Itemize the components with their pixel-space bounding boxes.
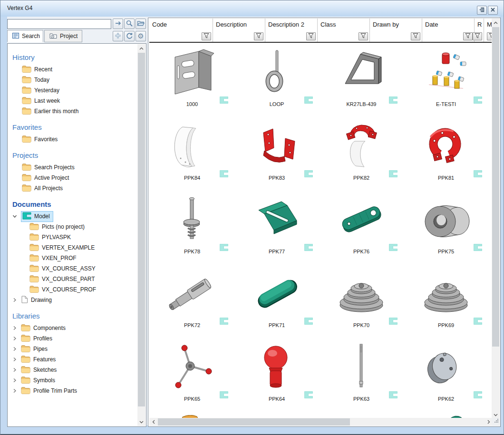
- sidebar-item-drawing[interactable]: Drawing: [8, 295, 138, 305]
- grid-item-ppk82[interactable]: PPK82: [319, 117, 404, 191]
- funnel-icon: [256, 33, 262, 40]
- column-header-description-2[interactable]: Description 2: [265, 19, 318, 42]
- sidebar-item-label: Yesterday: [34, 87, 59, 94]
- grid-item-ppk63[interactable]: PPK63: [319, 338, 404, 412]
- sidebar-item-features[interactable]: Features: [8, 354, 138, 365]
- grid-item-code: PPK65: [150, 396, 234, 402]
- sidebar-item-search-projects[interactable]: Search Projects: [8, 162, 138, 173]
- sidebar-item-pylvaspk[interactable]: PYLVASPK: [8, 232, 138, 242]
- column-header-date[interactable]: Date: [422, 19, 475, 42]
- chevron-right-icon[interactable]: [11, 298, 18, 302]
- grid-vertical-scrollbar[interactable]: [492, 19, 500, 419]
- sidebar-item-model[interactable]: Model: [8, 211, 138, 222]
- column-header-description[interactable]: Description: [213, 19, 265, 42]
- chevron-right-icon[interactable]: [11, 357, 18, 362]
- scroll-up-icon[interactable]: [137, 44, 145, 52]
- grid-vscroll-thumb[interactable]: [492, 27, 499, 347]
- sidebar-item-vxen-prof[interactable]: VXEN_PROF: [8, 253, 138, 263]
- funnel-icon: [465, 33, 471, 40]
- grid-item-ppk65[interactable]: PPK65: [150, 338, 234, 412]
- grid-item-ppk84[interactable]: PPK84: [150, 117, 234, 191]
- grid-item-ppk71[interactable]: PPK71: [234, 265, 319, 338]
- grid-item-ppk76[interactable]: PPK76: [319, 191, 404, 265]
- pin-icon: [479, 7, 485, 14]
- grid-hscroll-thumb[interactable]: [158, 418, 350, 425]
- chevron-right-icon[interactable]: [11, 367, 18, 372]
- sidebar-item-picts-no-project[interactable]: Picts (no project): [8, 222, 138, 232]
- sidebar-item-label: All Projects: [34, 185, 63, 192]
- go-button[interactable]: [113, 19, 123, 29]
- grid-item-ppk75[interactable]: PPK75: [404, 191, 488, 265]
- sidebar-scrollbar[interactable]: [137, 44, 145, 426]
- grid-item-ppk78[interactable]: PPK78: [150, 191, 234, 265]
- sidebar-item-last-week[interactable]: Last week: [8, 96, 138, 106]
- sidebar-item-profiles[interactable]: Profiles: [8, 333, 138, 344]
- sidebar-item-vertex-example[interactable]: VERTEX_EXAMPLE: [8, 242, 138, 253]
- scroll-down-icon[interactable]: [137, 418, 145, 426]
- chevron-right-icon[interactable]: [11, 347, 18, 351]
- add-button[interactable]: [113, 31, 123, 41]
- sidebar-scroll-thumb[interactable]: [138, 53, 145, 406]
- titlebar[interactable]: Vertex G4: [0, 0, 504, 17]
- resize-grip[interactable]: [492, 418, 500, 426]
- settings-button[interactable]: ⚙: [136, 31, 146, 41]
- grid-horizontal-scrollbar[interactable]: [149, 418, 493, 426]
- thumbnail-link-icon: [319, 194, 404, 242]
- sidebar-item-profile-trim-parts[interactable]: Profile Trim Parts: [8, 386, 138, 396]
- sidebar-item-recent[interactable]: Recent: [8, 64, 138, 75]
- sidebar-item-today[interactable]: Today: [8, 75, 138, 85]
- sidebar-item-pipes[interactable]: Pipes: [8, 344, 138, 354]
- sidebar-item-components[interactable]: Components: [8, 323, 138, 333]
- sidebar-item-vx-course-assy[interactable]: VX_COURSE_ASSY: [8, 263, 138, 274]
- tab-project[interactable]: Project: [44, 30, 82, 42]
- scroll-up-icon[interactable]: [492, 19, 500, 27]
- column-header-drawn-by[interactable]: Drawn by: [370, 19, 422, 42]
- column-header-code[interactable]: Code: [149, 19, 213, 42]
- sidebar-item-active-project[interactable]: Active Project: [8, 173, 138, 183]
- folder-icon: [21, 376, 30, 385]
- filter-button-date[interactable]: [463, 32, 473, 40]
- filter-button-code[interactable]: [202, 32, 211, 40]
- sidebar-item-earlier-this-month[interactable]: Earlier this month: [8, 106, 138, 116]
- sidebar-item-vx-course-part[interactable]: VX_COURSE_PART: [8, 274, 138, 284]
- refresh-button[interactable]: [124, 31, 135, 41]
- column-header-r[interactable]: R: [475, 19, 484, 42]
- chevron-right-icon[interactable]: [11, 378, 18, 383]
- column-header-class[interactable]: Class: [318, 19, 370, 42]
- filter-button-r[interactable]: [473, 32, 482, 40]
- sidebar-item-label: Features: [33, 356, 56, 363]
- close-button[interactable]: [488, 6, 498, 15]
- sidebar-item-yesterday[interactable]: Yesterday: [8, 85, 138, 96]
- grid-item-loop[interactable]: LOOP: [234, 44, 319, 117]
- scroll-left-icon[interactable]: [149, 418, 157, 426]
- grid-item-ppk64[interactable]: PPK64: [234, 338, 319, 412]
- open-folder-button[interactable]: [136, 19, 146, 29]
- sidebar-item-symbols[interactable]: Symbols: [8, 375, 138, 386]
- chevron-down-icon[interactable]: [11, 214, 18, 218]
- search-input[interactable]: [7, 19, 111, 29]
- grid-item-1000[interactable]: 1000: [150, 44, 234, 117]
- grid-item-e-testi[interactable]: E-TESTI: [404, 44, 488, 117]
- sidebar-item-all-projects[interactable]: All Projects: [8, 183, 138, 193]
- sidebar-item-vx-course-prof[interactable]: VX_COURSE_PROF: [8, 284, 138, 295]
- grid-item-ppk62[interactable]: PPK62: [404, 338, 488, 412]
- chevron-right-icon[interactable]: [11, 326, 18, 330]
- grid-item-ppk70[interactable]: PPK70: [319, 265, 404, 338]
- filter-button-class[interactable]: [359, 32, 368, 40]
- grid-item-kr27lb-439[interactable]: KR27LB-439: [319, 44, 404, 117]
- sidebar-item-sketches[interactable]: Sketches: [8, 365, 138, 375]
- filter-button-description[interactable]: [254, 32, 263, 40]
- chevron-right-icon[interactable]: [11, 336, 18, 341]
- grid-item-ppk69[interactable]: PPK69: [404, 265, 488, 338]
- search-button[interactable]: [124, 19, 135, 29]
- filter-button-drawn-by[interactable]: [411, 32, 420, 40]
- sidebar-item-favorites[interactable]: Favorites: [8, 134, 138, 145]
- tab-search[interactable]: Search: [7, 30, 43, 42]
- grid-item-ppk81[interactable]: PPK81: [404, 117, 488, 191]
- chevron-right-icon[interactable]: [11, 388, 18, 393]
- grid-item-ppk77[interactable]: PPK77: [234, 191, 319, 265]
- grid-item-ppk72[interactable]: PPK72: [150, 265, 234, 338]
- filter-button-description-2[interactable]: [306, 32, 316, 40]
- pin-button[interactable]: [477, 6, 487, 15]
- grid-item-ppk83[interactable]: PPK83: [234, 117, 319, 191]
